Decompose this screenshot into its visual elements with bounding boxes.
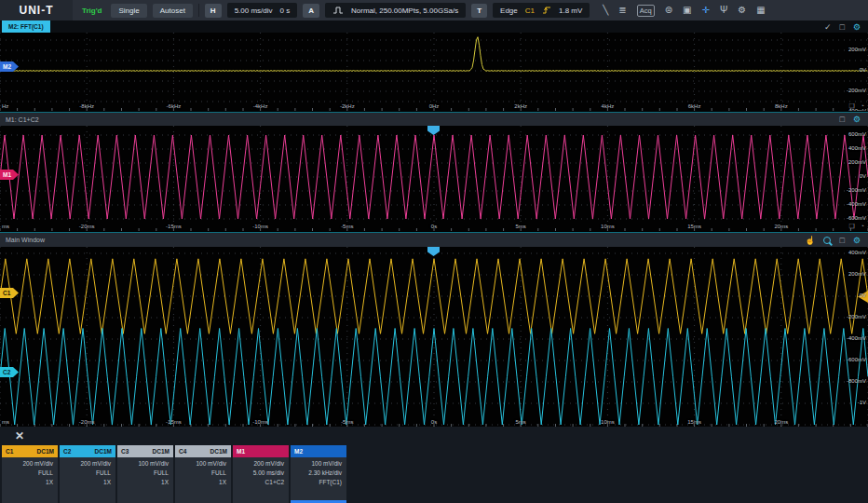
- channel-box-c4[interactable]: C4DC1M100 mV/divFULL1X: [175, 445, 231, 503]
- timebase-value: 5.00 ms/div: [235, 7, 273, 15]
- main-window-header: Main Window ☝□⚙: [0, 233, 868, 247]
- y-axis-label: 400mV: [848, 250, 866, 255]
- m1-panel-icons: □⚙: [839, 115, 868, 124]
- toolbar-icon-strip: ╲≣Acq⊜▣✛Ψ⚙▦: [603, 0, 765, 20]
- y-axis-label: -1V: [858, 400, 866, 405]
- m1-plot[interactable]: M1 ms ❏◔ 600mV400mV200mV0V-200mV-400mV-6…: [0, 126, 868, 231]
- acquire-info: Normal, 250.00MPts, 5.00GSa/s: [351, 7, 458, 15]
- apps-icon[interactable]: ▦: [756, 0, 765, 20]
- window-icon[interactable]: □: [839, 236, 844, 245]
- panel-settings-icon[interactable]: ⚙: [853, 115, 861, 124]
- x-unit-label: Hz: [2, 103, 8, 109]
- fft-tab-bar: M2: FFT(C1) ✓□⚙: [0, 20, 868, 33]
- channel-label: C1: [6, 448, 13, 455]
- main-window-title: Main Window: [6, 237, 45, 243]
- timebase-box[interactable]: 5.00 ms/div 0 s: [227, 3, 298, 18]
- channel-box-c3[interactable]: C3DC1M100 mV/divFULL1X: [117, 445, 173, 503]
- panel-settings-icon[interactable]: ⚙: [853, 236, 861, 245]
- autoset-button[interactable]: Autoset: [153, 4, 193, 18]
- layout-x-icon[interactable]: ✕: [15, 429, 24, 442]
- y-axis-label: 400mV: [848, 145, 866, 151]
- x-axis-tick-label: -15ms: [166, 224, 182, 229]
- channel-coupling: DC1M: [210, 448, 227, 455]
- clock-icon[interactable]: ◔: [861, 223, 864, 230]
- y-axis-label: -400mV: [847, 201, 866, 207]
- x-axis-tick-label: -5ms: [341, 224, 353, 229]
- trigger-box[interactable]: Edge C1 1.8 mV: [493, 3, 590, 18]
- page-icon[interactable]: ❏: [848, 223, 854, 230]
- pulse-icon: [332, 6, 344, 15]
- settings-icon[interactable]: ⚙: [738, 0, 746, 20]
- channel-box-c2[interactable]: C2DC1M200 mV/divFULL1X: [60, 445, 115, 503]
- y-axis-label: -200mV: [847, 88, 866, 93]
- horizontal-key[interactable]: H: [205, 4, 222, 18]
- channel-setting: FULL: [2, 467, 58, 476]
- channel-header: C1DC1M: [2, 445, 58, 457]
- acquire-key[interactable]: A: [303, 4, 319, 18]
- window-icon[interactable]: □: [839, 22, 844, 32]
- measure-icon[interactable]: ≣: [618, 0, 626, 20]
- navigate-icon[interactable]: ✛: [702, 0, 710, 20]
- channel-setting: 2.30 kHz/div: [291, 467, 346, 476]
- channel-setting: FULL: [117, 467, 173, 476]
- channel-setting: FULL: [60, 467, 115, 476]
- x-axis-tick-label: 5ms: [516, 224, 526, 229]
- channel-coupling: DC1M: [153, 448, 170, 455]
- panel-settings-icon[interactable]: ⚙: [853, 22, 861, 32]
- horizontal-offset: 0 s: [280, 7, 291, 15]
- y-axis-label: -600mV: [847, 357, 866, 362]
- channel-strip: C1DC1M200 mV/divFULL1XC2DC1M200 mV/divFU…: [2, 445, 346, 503]
- channel-setting: 1X: [175, 476, 231, 485]
- bottom-bar: ✕ C1DC1M200 mV/divFULL1XC2DC1M200 mV/div…: [0, 427, 868, 503]
- x-axis-tick-label: 0s: [431, 224, 437, 229]
- fft-plot[interactable]: M2 Hz ❏◔ 400mV200mV0V-200mV-400mV-8kHz-6…: [0, 33, 868, 111]
- window-icon[interactable]: □: [839, 115, 844, 124]
- x-unit-label: ms: [2, 224, 9, 229]
- x-axis-tick-label: 0s: [431, 419, 437, 425]
- y-axis-label: 0V: [860, 67, 866, 73]
- utility-icon[interactable]: Ψ: [720, 0, 727, 20]
- channel-label: M1: [237, 448, 245, 455]
- channel-setting: 100 mV/div: [117, 457, 173, 467]
- y-axis-label: 200mV: [848, 159, 866, 165]
- channel-label: C3: [121, 448, 129, 455]
- m1-corner-icons: ❏◔: [848, 223, 864, 230]
- acquire-icon[interactable]: Acq: [637, 5, 655, 17]
- channel-box-m2[interactable]: M2100 mV/div2.30 kHz/divFFT(C1): [291, 445, 346, 503]
- channel-setting: 100 mV/div: [175, 457, 231, 467]
- channel-setting: FFT(C1): [291, 476, 346, 485]
- channel-header: M1: [233, 445, 289, 457]
- acquire-box[interactable]: Normal, 250.00MPts, 5.00GSa/s: [325, 3, 466, 18]
- channel-setting: 1X: [2, 476, 58, 485]
- display-icon[interactable]: ⊜: [665, 0, 672, 20]
- x-axis-tick-label: -6kHz: [167, 103, 182, 109]
- confirm-icon[interactable]: ✓: [824, 22, 832, 32]
- channel-box-c1[interactable]: C1DC1M200 mV/divFULL1X: [2, 445, 58, 503]
- channel-setting: 100 mV/div: [291, 457, 346, 467]
- trigger-key[interactable]: T: [471, 4, 487, 18]
- main-plot[interactable]: C1 C2 ms 400mV200mV0V-200mV-400mV-600mV-…: [0, 247, 868, 427]
- channel-header: C3DC1M: [117, 445, 173, 457]
- tab-m2-fft[interactable]: M2: FFT(C1): [2, 20, 50, 33]
- x-axis-tick-label: 15ms: [687, 224, 701, 229]
- uni-t-logo: UNI-T: [0, 0, 73, 20]
- waveform-canvas: [0, 126, 868, 231]
- y-axis-label: -800mV: [847, 378, 866, 384]
- m1-panel-title: M1: C1+C2: [6, 116, 39, 123]
- single-button[interactable]: Single: [111, 4, 146, 18]
- x-axis-tick-label: -10ms: [252, 419, 268, 425]
- y-axis-label: -400mV: [847, 108, 866, 111]
- y-axis-label: -600mV: [847, 215, 866, 221]
- fft-panel-icons: ✓□⚙: [824, 22, 868, 32]
- y-axis-label: -200mV: [847, 187, 866, 193]
- channel-header: M2: [291, 445, 346, 457]
- cursor-icon[interactable]: ╲: [603, 0, 608, 20]
- touch-icon[interactable]: ☝: [805, 236, 815, 245]
- channel-setting: 200 mV/div: [233, 457, 289, 467]
- zoom-icon[interactable]: [823, 237, 831, 244]
- x-axis-tick-label: 6kHz: [688, 103, 701, 109]
- channel-label: C2: [63, 448, 71, 455]
- storage-icon[interactable]: ▣: [683, 0, 691, 20]
- channel-box-m1[interactable]: M1200 mV/div5.00 ms/divC1+C2: [233, 445, 289, 503]
- divider: [198, 4, 199, 17]
